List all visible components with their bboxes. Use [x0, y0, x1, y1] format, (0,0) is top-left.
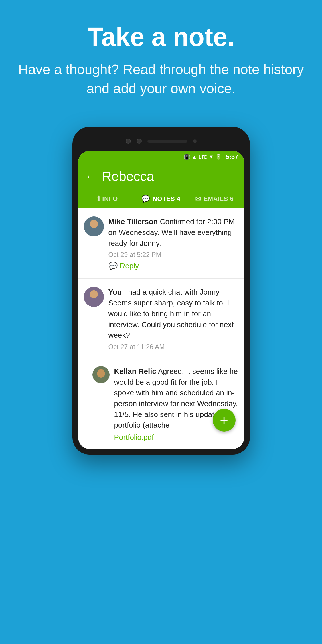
avatar-you	[84, 287, 104, 307]
status-icons: 📳 ▲ LTE ▼ 🔋	[184, 154, 222, 160]
note-timestamp-1: Oct 29 at 5:22 PM	[108, 251, 238, 259]
phone-frame: 📳 ▲ LTE ▼ 🔋 5:37 ← Rebecca ℹ INFO	[72, 127, 250, 455]
avatar-kellan	[92, 366, 110, 383]
svg-point-1	[90, 220, 98, 228]
note-author-2: You	[108, 288, 122, 296]
note-body-1: Mike Tillerson Confirmed for 2:00 PM on …	[108, 216, 238, 270]
note-author-reply: Kellan Relic	[114, 367, 156, 376]
app-bar: ← Rebecca	[78, 163, 244, 190]
wifi-icon: ▼	[209, 154, 214, 160]
svg-point-12	[96, 377, 106, 383]
content-area: Mike Tillerson Confirmed for 2:00 PM on …	[78, 208, 244, 449]
tab-info[interactable]: ℹ INFO	[81, 190, 135, 208]
speaker-icon	[147, 140, 187, 143]
fab-add-button[interactable]: +	[213, 409, 236, 432]
status-time: 5:37	[226, 153, 238, 161]
tab-bar: ℹ INFO 💬 NOTES 4 ✉ EMAILS 6	[78, 190, 244, 208]
camera-2-icon	[137, 139, 142, 144]
back-button[interactable]: ←	[85, 171, 96, 182]
signal-icon: ▲	[192, 154, 197, 160]
info-tab-icon: ℹ	[97, 195, 100, 203]
app-bar-title: Rebecca	[102, 169, 154, 184]
note-content-2: I had a quick chat with Jonny. Seems sup…	[108, 288, 234, 339]
note-item-nested: Kellan Relic Agreed. It seems like he wo…	[78, 359, 244, 449]
emails-tab-icon: ✉	[195, 195, 201, 203]
phone-wrapper: 📳 ▲ LTE ▼ 🔋 5:37 ← Rebecca ℹ INFO	[0, 127, 322, 466]
note-text-2: You I had a quick chat with Jonny. Seems…	[108, 287, 238, 341]
tab-emails[interactable]: ✉ EMAILS 6	[188, 190, 241, 208]
sensor-icon	[193, 139, 197, 143]
note-item-2: You I had a quick chat with Jonny. Seems…	[78, 279, 244, 359]
camera-icon	[126, 139, 131, 144]
svg-rect-0	[84, 216, 104, 236]
note-item: Mike Tillerson Confirmed for 2:00 PM on …	[78, 208, 244, 279]
fab-plus-icon: +	[220, 413, 228, 427]
svg-point-11	[98, 369, 104, 376]
phone-screen: 📳 ▲ LTE ▼ 🔋 5:37 ← Rebecca ℹ INFO	[78, 151, 244, 449]
notes-tab-icon: 💬	[141, 195, 150, 203]
svg-rect-7	[90, 294, 93, 296]
attachment-link[interactable]: Portfolio.pdf	[114, 433, 238, 442]
reply-button-1[interactable]: 💬 Reply	[108, 262, 238, 270]
reply-icon-1: 💬	[108, 262, 118, 270]
note-text-1: Mike Tillerson Confirmed for 2:00 PM on …	[108, 216, 238, 249]
hero-title: Take a note.	[17, 23, 305, 51]
status-bar: 📳 ▲ LTE ▼ 🔋 5:37	[78, 151, 244, 163]
svg-rect-3	[90, 223, 91, 224]
hero-subtitle: Have a thought? Read through the note hi…	[17, 60, 305, 98]
svg-point-2	[88, 229, 100, 236]
svg-rect-4	[84, 287, 104, 307]
note-timestamp-2: Oct 27 at 11:26 AM	[108, 343, 238, 351]
avatar-mike	[84, 216, 104, 236]
phone-notch	[78, 133, 244, 150]
vibrate-icon: 📳	[184, 154, 190, 160]
lte-icon: LTE	[199, 154, 207, 160]
hero-section: Take a note. Have a thought? Read throug…	[0, 0, 322, 110]
note-author-1: Mike Tillerson	[108, 217, 158, 226]
reply-label-1: Reply	[120, 262, 139, 270]
svg-rect-10	[92, 366, 110, 383]
tab-info-label: INFO	[102, 195, 118, 203]
svg-point-6	[88, 299, 100, 307]
battery-icon: 🔋	[215, 154, 222, 160]
svg-point-5	[90, 290, 98, 298]
tab-notes-label: NOTES 4	[153, 195, 181, 203]
note-body-2: You I had a quick chat with Jonny. Seems…	[108, 287, 238, 351]
svg-rect-8	[95, 294, 98, 296]
tab-notes[interactable]: 💬 NOTES 4	[134, 190, 188, 208]
tab-emails-label: EMAILS 6	[204, 195, 234, 203]
